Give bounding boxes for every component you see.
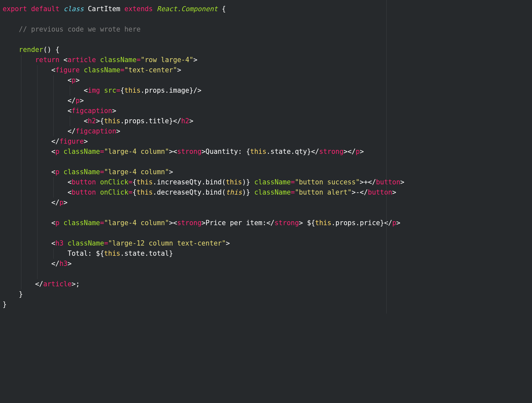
tag-open: < xyxy=(67,97,71,105)
code-line: </figcaption> xyxy=(3,126,529,136)
attr-classname: className xyxy=(84,66,120,74)
tag-strong: strong xyxy=(177,148,202,155)
tag-open: < xyxy=(311,148,315,155)
tag-slash: / xyxy=(39,280,43,288)
tag-strong: strong xyxy=(319,148,344,155)
string: "button alert" xyxy=(295,188,352,196)
tag-h3: h3 xyxy=(60,260,68,268)
string: "text-center" xyxy=(124,66,177,74)
equals: = xyxy=(116,86,120,94)
code-line: </h3> xyxy=(3,259,529,269)
prop: title xyxy=(149,117,169,125)
tag-figure: figure xyxy=(60,137,84,145)
tag-open: < xyxy=(63,56,67,64)
tag-open: < xyxy=(368,178,372,186)
tag-h2: h2 xyxy=(88,117,96,125)
tag-button: button xyxy=(368,188,392,196)
tag-open: < xyxy=(67,178,71,186)
tag-open: < xyxy=(51,137,55,145)
tag-open: < xyxy=(173,148,177,155)
brace: { xyxy=(222,5,226,13)
code-line: Total: ${this.state.total} xyxy=(3,249,529,259)
tag-open: < xyxy=(384,219,388,227)
parens: () xyxy=(43,46,51,54)
tag-open: < xyxy=(35,280,39,288)
tag-open: < xyxy=(51,219,55,227)
tag-open: < xyxy=(360,188,364,196)
semicolon: ; xyxy=(76,280,80,288)
jsx-brace: } xyxy=(307,148,311,155)
tag-open: < xyxy=(51,199,55,206)
tag-open: < xyxy=(51,168,55,176)
tag-strong: strong xyxy=(275,219,299,227)
brace: } xyxy=(3,300,7,308)
code-line: <p className="large-4 column"> xyxy=(3,167,529,177)
equals: = xyxy=(129,188,133,196)
tag-close: > xyxy=(84,137,88,145)
jsx-brace: } xyxy=(169,117,173,125)
jsx-brace: } xyxy=(246,178,250,186)
tag-close: > xyxy=(169,168,173,176)
tag-close: > xyxy=(112,107,116,115)
tag-slash: / xyxy=(315,148,319,155)
tag-p: p xyxy=(392,219,396,227)
dot: . xyxy=(202,178,206,186)
code-line: <button onClick={this.increaseQty.bind(t… xyxy=(3,177,529,187)
method: decreaseQty xyxy=(157,188,202,196)
code-line: </figure> xyxy=(3,136,529,147)
code-line: <figure className="text-center"> xyxy=(3,65,529,75)
tag-slash: / xyxy=(55,137,59,145)
tag-open: < xyxy=(84,86,88,94)
code-line xyxy=(3,157,529,167)
this-keyword: this xyxy=(136,188,153,196)
jsx-brace: } xyxy=(380,219,384,227)
text: Quantity: xyxy=(206,148,246,155)
tag-button: button xyxy=(72,188,96,196)
code-line: </p> xyxy=(3,198,529,208)
prop: props xyxy=(145,86,165,94)
tag-open: < xyxy=(67,76,71,84)
tag-article: article xyxy=(67,56,96,64)
string: "large-4 column" xyxy=(104,219,169,227)
tag-p: p xyxy=(356,148,360,155)
equals: = xyxy=(291,188,295,196)
keyword-export: export xyxy=(3,5,27,13)
attr-classname: className xyxy=(254,178,291,186)
tag-close: > xyxy=(360,178,364,186)
equals: = xyxy=(129,178,133,186)
this-keyword: this xyxy=(226,188,242,196)
tag-p: p xyxy=(76,97,80,105)
code-editor[interactable]: export default class CartItem extends Re… xyxy=(0,0,532,314)
jsx-brace: } xyxy=(189,86,193,94)
tag-close: > xyxy=(67,260,71,268)
tag-slash: / xyxy=(372,178,376,186)
jsx-brace: { xyxy=(311,219,315,227)
tag-h2: h2 xyxy=(181,117,189,125)
code-line: <h3 className="large-12 column text-cent… xyxy=(3,238,529,249)
attr-classname: className xyxy=(254,188,291,196)
tag-close: > xyxy=(96,117,100,125)
tag-close: > xyxy=(360,148,364,155)
tag-close: > xyxy=(299,219,303,227)
tag-figcaption: figcaption xyxy=(72,107,112,115)
tag-button: button xyxy=(72,178,96,186)
string: "large-12 column text-center" xyxy=(108,239,226,247)
tag-close: > xyxy=(193,56,197,64)
dot: . xyxy=(356,219,360,227)
text: Price per item: xyxy=(206,219,266,227)
tag-close: > xyxy=(76,76,80,84)
tag-article: article xyxy=(43,280,71,288)
tag-open: < xyxy=(67,127,71,135)
attr-src: src xyxy=(104,86,116,94)
tag-slash: / xyxy=(351,148,355,155)
tag-h3: h3 xyxy=(55,239,63,247)
jsx-brace: } xyxy=(246,188,250,196)
jsx-brace: { xyxy=(100,249,104,257)
code-line: </p> xyxy=(3,96,529,106)
code-line: <h2>{this.props.title}</h2> xyxy=(3,116,529,126)
class-name: CartItem xyxy=(88,5,120,13)
prop: total xyxy=(149,249,169,257)
tag-close: > xyxy=(72,280,76,288)
attr-classname: className xyxy=(63,148,100,155)
paren: ( xyxy=(222,188,226,196)
